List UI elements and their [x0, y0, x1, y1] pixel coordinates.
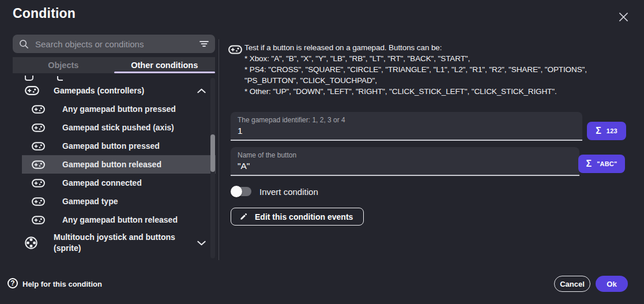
condition-description: Test if a button is released on a gamepa…	[244, 42, 587, 97]
active-tab-underline	[114, 72, 216, 73]
filter-icon[interactable]	[199, 40, 209, 47]
sigma-icon: Σ	[586, 159, 592, 169]
pencil-icon	[239, 212, 248, 221]
gamepad-icon	[32, 142, 62, 151]
chevron-down-icon[interactable]	[197, 241, 206, 246]
gamepad-icon	[32, 197, 62, 206]
tab-other-conditions[interactable]: Other conditions	[114, 57, 216, 73]
condition-item-gamepad-type[interactable]: Gamepad type	[22, 192, 216, 211]
button-name-input[interactable]	[238, 161, 573, 171]
category-gamepads[interactable]: Gamepads (controllers)	[22, 81, 216, 100]
help-icon[interactable]: ?	[7, 278, 18, 288]
gamepad-icon	[32, 216, 62, 224]
description-line: * PS4: "CROSS", "SQUARE", "CIRCLE", "TRI…	[244, 64, 587, 75]
condition-list: Gamepads (controllers) Any gamepad butto…	[0, 74, 217, 262]
gamepad-icon	[32, 160, 62, 169]
condition-item-any-gamepad-button-released[interactable]: Any gamepad button released	[22, 211, 216, 229]
field-label: Name of the button	[238, 151, 573, 159]
list-item-partial[interactable]	[57, 76, 63, 81]
close-icon	[619, 12, 628, 22]
condition-item-any-gamepad-button-pressed[interactable]: Any gamepad button pressed	[22, 100, 216, 118]
gamepad-identifier-input[interactable]	[238, 126, 575, 136]
search-input[interactable]	[34, 39, 194, 50]
field-label: The gamepad identifier: 1, 2, 3 or 4	[238, 116, 575, 124]
condition-dialog: Condition Objects Other conditions Gamep…	[0, 0, 644, 304]
sidebar-scrollbar-thumb[interactable]	[210, 134, 215, 172]
gamepad-icon	[228, 45, 242, 54]
gamepad-icon	[25, 86, 54, 95]
sigma-icon: Σ	[596, 126, 601, 136]
description-line: Test if a button is released on a gamepa…	[244, 42, 587, 53]
condition-item-gamepad-stick-pushed[interactable]: Gamepad stick pushed (axis)	[22, 118, 216, 137]
description-line: "PS_BUTTON", "CLICK_TOUCHPAD",	[244, 75, 587, 86]
gamepad-icon	[32, 123, 62, 132]
invert-condition-toggle[interactable]	[231, 186, 252, 197]
condition-item-gamepad-connected[interactable]: Gamepad connected	[22, 174, 216, 192]
help-link[interactable]: Help for this condition	[22, 280, 102, 288]
close-button[interactable]	[615, 8, 632, 25]
dialog-title: Condition	[13, 6, 76, 21]
sidebar-tabs: Objects Other conditions	[13, 57, 215, 73]
condition-item-gamepad-button-released[interactable]: Gamepad button released	[22, 155, 216, 174]
expression-editor-button-string[interactable]: Σ "ABC"	[578, 155, 625, 173]
panel-divider	[219, 39, 219, 260]
list-item-partial[interactable]	[25, 76, 33, 81]
edit-condition-events-button[interactable]: Edit this condition events	[231, 208, 364, 226]
search-bar	[13, 35, 215, 53]
invert-condition-label: Invert condition	[259, 187, 318, 197]
cancel-button[interactable]: Cancel	[554, 276, 590, 292]
gamepad-icon	[32, 105, 62, 114]
expression-editor-button-number[interactable]: Σ 123	[587, 122, 626, 140]
gamepad-identifier-field: The gamepad identifier: 1, 2, 3 or 4	[231, 112, 582, 141]
search-icon	[19, 39, 29, 49]
toggle-knob	[231, 186, 242, 197]
description-line: * Other: "UP", "DOWN", "LEFT", "RIGHT", …	[244, 86, 587, 97]
chevron-up-icon[interactable]	[197, 88, 206, 93]
condition-item-gamepad-button-pressed[interactable]: Gamepad button pressed	[22, 137, 216, 155]
description-line: * Xbox: "A", "B", "X", "Y", "LB", "RB", …	[244, 53, 587, 64]
button-name-field: Name of the button	[231, 147, 579, 176]
ok-button[interactable]: Ok	[596, 276, 628, 292]
multitouch-dpad-icon	[25, 237, 54, 249]
gamepad-icon	[32, 179, 62, 187]
tab-objects[interactable]: Objects	[13, 57, 114, 73]
category-multitouch-joystick[interactable]: Multitouch joystick and buttons (sprite)	[22, 229, 216, 257]
